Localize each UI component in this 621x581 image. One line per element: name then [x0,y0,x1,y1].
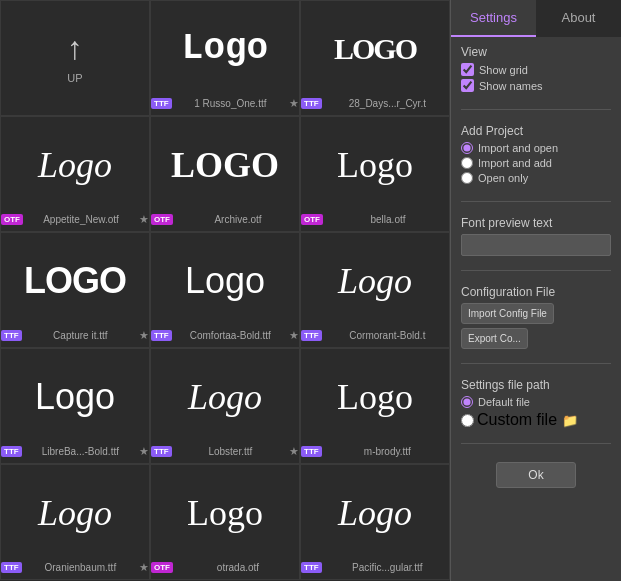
tab-settings[interactable]: Settings [451,0,536,37]
default-file-row: Default file [461,396,611,408]
export-config-button[interactable]: Export Co... [461,328,528,349]
ttf-badge: TTF [301,562,322,573]
otf-badge: OTF [151,562,173,573]
list-item[interactable]: Logo TTF LibreBa...-Bold.ttf ★ [0,348,150,464]
font-preview-area: Logo [1,465,149,560]
up-label: UP [67,72,82,84]
ttf-badge: TTF [301,330,322,341]
font-preview-area: LOGO [1,233,149,328]
font-preview-area: Logo [151,349,299,444]
config-buttons-group: Import Config File Export Co... [461,303,611,349]
up-arrow-icon: ↑ [67,32,83,64]
show-names-row: Show names [461,79,611,92]
font-preview-area: Logo [301,233,449,328]
add-project-section: Add Project Import and open Import and a… [461,124,611,187]
font-preview-area: Logo [301,465,449,560]
font-preview-area: LOGO [301,1,449,96]
font-preview-title: Font preview text [461,216,611,230]
show-grid-row: Show grid [461,63,611,76]
font-preview-area: Logo [1,349,149,444]
list-item[interactable]: Logo OTF bella.otf [300,116,450,232]
import-open-row: Import and open [461,142,611,154]
import-add-row: Import and add [461,157,611,169]
tab-bar: Settings About [451,0,621,37]
ttf-badge: TTF [151,330,172,341]
font-preview-input[interactable] [461,234,611,256]
view-section: View Show grid Show names [461,45,611,95]
view-section-title: View [461,45,611,59]
list-item[interactable]: Logo TTF 1 Russo_One.ttf ★ [150,0,300,116]
list-item[interactable]: Logo TTF Lobster.ttf ★ [150,348,300,464]
ttf-badge: TTF [1,330,22,341]
star-icon: ★ [139,561,149,574]
font-preview-area: Logo [301,117,449,212]
settings-panel: Settings About View Show grid Show names… [450,0,621,581]
ttf-badge: TTF [1,562,22,573]
open-only-row: Open only [461,172,611,184]
settings-body: View Show grid Show names Add Project Im… [451,37,621,581]
up-navigation[interactable]: ↑ UP [0,0,150,116]
font-preview-area: Logo [1,117,149,212]
import-config-button[interactable]: Import Config File [461,303,554,324]
import-add-label: Import and add [478,157,552,169]
tab-about[interactable]: About [536,0,621,37]
custom-file-label: Custom file [477,411,557,429]
star-icon: ★ [139,445,149,458]
list-item[interactable]: Logo TTF m-brody.ttf [300,348,450,464]
star-icon: ★ [139,213,149,226]
list-item[interactable]: LOGO TTF Capture it.ttf ★ [0,232,150,348]
show-grid-label: Show grid [479,64,528,76]
ttf-badge: TTF [1,446,22,457]
default-file-label: Default file [478,396,530,408]
list-item[interactable]: Logo TTF Pacific...gular.ttf [300,464,450,580]
list-item[interactable]: Logo TTF Comfortaa-Bold.ttf ★ [150,232,300,348]
open-only-radio[interactable] [461,172,473,184]
add-project-title: Add Project [461,124,611,138]
font-preview-area: Logo [151,465,299,560]
show-grid-checkbox[interactable] [461,63,474,76]
custom-file-radio[interactable] [461,414,474,427]
list-item[interactable]: Logo TTF Oranienbaum.ttf ★ [0,464,150,580]
font-preview-area: LOGO [151,117,299,212]
import-add-radio[interactable] [461,157,473,169]
star-icon: ★ [289,97,299,110]
star-icon: ★ [289,329,299,342]
font-preview-area: Logo [151,1,299,96]
settings-file-section: Settings file path Default file Custom f… [461,378,611,429]
font-grid: ↑ UP Logo TTF 1 Russo_One.ttf ★ LOGO TTF… [0,0,450,581]
show-names-checkbox[interactable] [461,79,474,92]
default-file-radio[interactable] [461,396,473,408]
custom-file-row: Custom file 📁 [461,411,611,429]
font-preview-section: Font preview text [461,216,611,256]
show-names-label: Show names [479,80,543,92]
list-item[interactable]: Logo OTF Appetite_New.otf ★ [0,116,150,232]
otf-badge: OTF [301,214,323,225]
ttf-badge: TTF [301,98,322,109]
otf-badge: OTF [1,214,23,225]
ok-button[interactable]: Ok [496,462,576,488]
folder-browse-button[interactable]: 📁 [560,413,580,428]
import-open-label: Import and open [478,142,558,154]
list-item[interactable]: Logo OTF otrada.otf [150,464,300,580]
ttf-badge: TTF [151,446,172,457]
import-open-radio[interactable] [461,142,473,154]
star-icon: ★ [289,445,299,458]
list-item[interactable]: LOGO TTF 28_Days...r_Cyr.t [300,0,450,116]
config-section-title: Configuration File [461,285,611,299]
ttf-badge: TTF [151,98,172,109]
font-preview-area: Logo [151,233,299,328]
ttf-badge: TTF [301,446,322,457]
configuration-section: Configuration File Import Config File Ex… [461,285,611,349]
settings-file-title: Settings file path [461,378,611,392]
star-icon: ★ [139,329,149,342]
otf-badge: OTF [151,214,173,225]
open-only-label: Open only [478,172,528,184]
list-item[interactable]: LOGO OTF Archive.otf [150,116,300,232]
font-preview-area: Logo [301,349,449,444]
list-item[interactable]: Logo TTF Cormorant-Bold.t [300,232,450,348]
